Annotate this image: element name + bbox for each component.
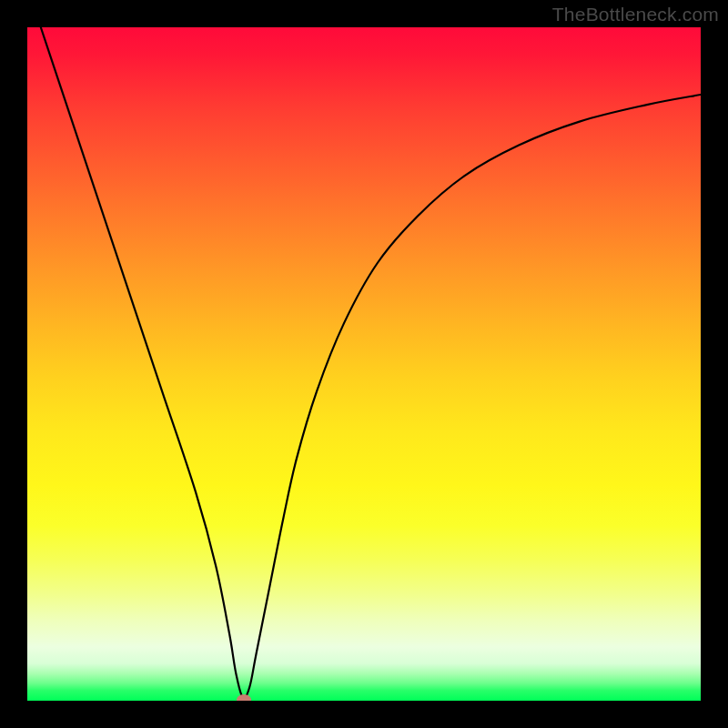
chart-curve-svg xyxy=(27,27,701,701)
optimum-marker xyxy=(237,694,251,701)
watermark-text: TheBottleneck.com xyxy=(552,4,719,25)
plot-area xyxy=(27,27,701,701)
bottleneck-curve-path xyxy=(41,27,701,698)
